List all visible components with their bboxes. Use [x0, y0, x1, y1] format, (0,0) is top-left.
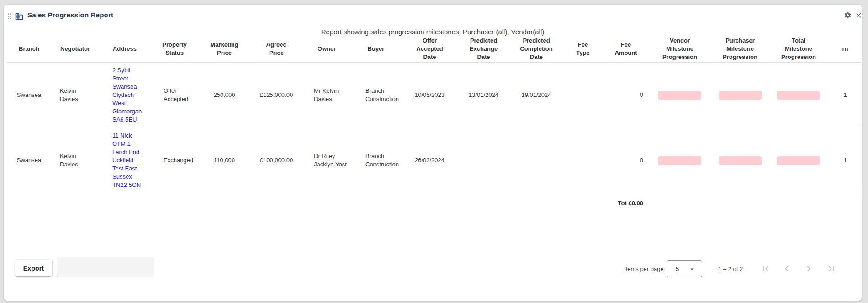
- total-milestone-bar: [777, 156, 820, 165]
- column-header-branch: Branch: [7, 36, 51, 63]
- sales-progression-report-widget: Sales Progression Report Report showing …: [4, 5, 862, 301]
- cell-marketing-price: 110,000: [199, 128, 249, 193]
- column-header-buyer: Buyer: [350, 36, 402, 63]
- export-button[interactable]: Export: [15, 260, 52, 276]
- table-row: Swansea Kelvin Davies 2 Sybil Street Swa…: [7, 63, 863, 128]
- column-header-purchaser-milestone-progression: Purchaser Milestone Progression: [711, 36, 769, 63]
- fee-total: Tot £0.00: [603, 193, 649, 207]
- column-header-marketing-price: Marketing Price: [199, 36, 249, 63]
- cell-purchaser-milestone-progression: [711, 128, 769, 193]
- cell-fee-amount: 0: [603, 63, 649, 128]
- column-header-fee-type: Fee Type: [563, 36, 603, 63]
- items-per-page-label: Items per page:: [624, 266, 665, 272]
- cell-property-status: Offer Accepted: [150, 63, 199, 128]
- next-page-icon[interactable]: [800, 260, 817, 277]
- cell-fee-type: [563, 63, 603, 128]
- cell-offer-accepted-date: 10/05/2023: [402, 63, 457, 128]
- cell-agreed-price: £100,000.00: [249, 128, 303, 193]
- cell-total-milestone-progression: [769, 63, 828, 128]
- widget-title: Sales Progression Report: [27, 11, 113, 19]
- purchaser-milestone-bar: [719, 91, 762, 100]
- header-row: Branch Negotiator Address Property Statu…: [7, 36, 863, 63]
- items-per-page-select[interactable]: 5: [667, 260, 702, 277]
- drag-handle-icon[interactable]: [8, 13, 11, 20]
- cell-predicted-completion-date: [510, 128, 563, 193]
- vendor-milestone-bar: [658, 156, 701, 165]
- cell-rn: 1: [828, 63, 863, 128]
- cell-property-status: Exchanged: [150, 128, 199, 193]
- cell-agreed-price: £125,000.00: [249, 63, 303, 128]
- items-per-page-value: 5: [676, 266, 679, 272]
- cell-rn: 1: [828, 128, 863, 193]
- first-page-icon[interactable]: [757, 260, 774, 277]
- cell-negotiator: Kelvin Davies: [51, 63, 100, 128]
- column-header-owner: Owner: [303, 36, 350, 63]
- column-header-rn: rn: [828, 36, 863, 63]
- cell-buyer: Branch Construction: [350, 128, 402, 193]
- purchaser-milestone-bar: [719, 156, 762, 165]
- cell-address: 2 Sybil Street Swansea Clydach West Glam…: [100, 63, 150, 128]
- totals-row: Tot £0.00: [7, 193, 863, 207]
- totals-spacer: [7, 193, 603, 207]
- dropdown-arrow-icon: [688, 265, 696, 273]
- cell-vendor-milestone-progression: [649, 128, 711, 193]
- cell-owner: Dr Riley Jacklyn.Yost: [303, 128, 350, 193]
- cell-fee-type: [563, 128, 603, 193]
- column-header-predicted-exchange-date: Predicted Exchange Date: [457, 36, 510, 63]
- cell-buyer: Branch Construction: [350, 63, 402, 128]
- close-icon[interactable]: [853, 10, 863, 20]
- column-header-fee-amount: Fee Amount: [603, 36, 649, 63]
- address-link[interactable]: 2 Sybil Street Swansea Clydach West Glam…: [112, 67, 142, 123]
- cell-negotiator: Kelvin Davies: [51, 128, 100, 193]
- column-header-address: Address: [100, 36, 150, 63]
- totals-spacer: [649, 193, 863, 207]
- column-header-predicted-completion-date: Predicted Completion Date: [510, 36, 563, 63]
- column-header-offer-accepted-date: Offer Accepted Date: [402, 36, 457, 63]
- address-link[interactable]: 11 Nick OTM 1 Larch End Uckfield Test Ea…: [112, 132, 141, 188]
- previous-page-icon[interactable]: [778, 260, 795, 277]
- column-header-vendor-milestone-progression: Vendor Milestone Progression: [649, 36, 711, 63]
- last-page-icon[interactable]: [823, 260, 840, 277]
- cell-predicted-completion-date: 19/01/2024: [510, 63, 563, 128]
- cell-predicted-exchange-date: 13/01/2024: [457, 63, 510, 128]
- column-header-total-milestone-progression: Total Milestone Progression: [769, 36, 828, 63]
- cell-predicted-exchange-date: [457, 128, 510, 193]
- report-icon: [15, 12, 24, 21]
- cell-address: 11 Nick OTM 1 Larch End Uckfield Test Ea…: [100, 128, 150, 193]
- cell-marketing-price: 250,000: [199, 63, 249, 128]
- report-subtitle: Report showing sales progression milesto…: [4, 27, 862, 36]
- cell-fee-amount: 0: [603, 128, 649, 193]
- cell-vendor-milestone-progression: [649, 63, 711, 128]
- report-filter-input[interactable]: [57, 257, 154, 277]
- table-row: Swansea Kelvin Davies 11 Nick OTM 1 Larc…: [7, 128, 863, 193]
- cell-total-milestone-progression: [769, 128, 828, 193]
- total-milestone-bar: [777, 91, 820, 100]
- settings-icon[interactable]: [842, 10, 852, 20]
- vendor-milestone-bar: [658, 91, 701, 100]
- column-header-negotiator: Negotiator: [51, 36, 100, 63]
- report-table: Branch Negotiator Address Property Statu…: [7, 36, 863, 207]
- cell-owner: Mr Kelvin Davies: [303, 63, 350, 128]
- cell-offer-accepted-date: 26/03/2024: [402, 128, 457, 193]
- cell-branch: Swansea: [7, 128, 51, 193]
- page-range-label: 1 – 2 of 2: [718, 266, 743, 272]
- cell-branch: Swansea: [7, 63, 51, 128]
- column-header-property-status: Property Status: [150, 36, 199, 63]
- cell-purchaser-milestone-progression: [711, 63, 769, 128]
- column-header-agreed-price: Agreed Price: [249, 36, 303, 63]
